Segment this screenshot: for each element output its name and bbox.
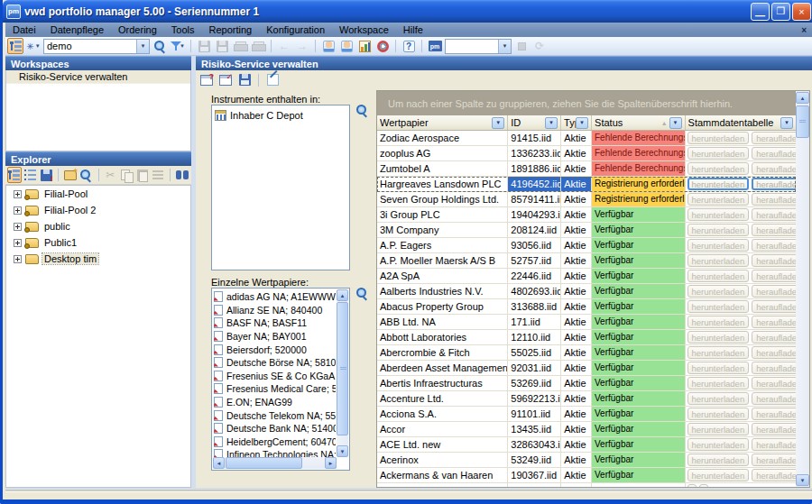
explorer-tree-item[interactable]: Desktop tim bbox=[6, 251, 190, 267]
column-filter-dropdown-icon[interactable]: ▼ bbox=[780, 117, 793, 129]
cell-wertpapier[interactable]: Zodiac Aerospace bbox=[377, 131, 508, 145]
grid-row[interactable]: Ackermans & van Haaren 190367.iid Aktie … bbox=[377, 468, 796, 483]
cell-wertpapier[interactable]: Aberdeen Asset Management bbox=[377, 361, 508, 375]
cell-wertpapier[interactable]: Ackermans & van Haaren bbox=[377, 468, 508, 482]
cell-id[interactable]: 208124.iid bbox=[508, 223, 561, 237]
cell-typ[interactable]: Aktie bbox=[561, 330, 592, 344]
cell-wertpapier[interactable]: Abercrombie & Fitch bbox=[377, 345, 508, 360]
cell-typ[interactable]: Aktie bbox=[561, 437, 592, 452]
cell-wertpapier[interactable]: 3i Group PLC bbox=[377, 207, 508, 222]
maximize-button[interactable]: ❐ bbox=[771, 3, 790, 21]
export-pm-button[interactable]: pm bbox=[427, 38, 443, 54]
heraufladen-button[interactable] bbox=[699, 484, 708, 487]
order-book-button[interactable] bbox=[338, 38, 355, 54]
cell-wertpapier[interactable]: Abertis Infraestructuras bbox=[377, 376, 508, 390]
save-all-button[interactable] bbox=[214, 38, 230, 54]
heraufladen-button[interactable]: heraufladen bbox=[752, 408, 796, 420]
explorer-list-view-button[interactable] bbox=[23, 167, 38, 183]
sidebar-toggle-button[interactable] bbox=[7, 38, 23, 54]
column-header-id[interactable]: ID ▼ bbox=[508, 115, 561, 130]
heraufladen-button[interactable]: heraufladen bbox=[752, 300, 796, 313]
herunterladen-button[interactable]: herunterladen bbox=[687, 469, 750, 481]
herunterladen-button[interactable]: herunterladen bbox=[687, 224, 750, 236]
heraufladen-button[interactable]: heraufladen bbox=[752, 469, 796, 481]
grid-row[interactable]: Zodiac Aerospace 91415.iid Aktie Fehlend… bbox=[377, 131, 796, 146]
cell-typ[interactable]: Aktie bbox=[561, 238, 592, 252]
grid-row[interactable]: Accor 13435.iid Aktie Verfügbar herunter… bbox=[377, 422, 796, 437]
portfolio-chart-button[interactable] bbox=[356, 38, 373, 54]
grid-row[interactable]: Aalberts Industries N.V. 4802693.iid Akt… bbox=[377, 284, 796, 299]
heraufladen-button[interactable]: heraufladen bbox=[752, 346, 796, 359]
herunterladen-button[interactable]: herunterladen bbox=[687, 438, 750, 451]
cell-typ[interactable]: Aktie bbox=[561, 422, 592, 436]
herunterladen-button[interactable]: herunterladen bbox=[687, 178, 750, 190]
print-preview-button[interactable] bbox=[250, 38, 266, 54]
expand-plus-icon[interactable] bbox=[14, 206, 22, 215]
herunterladen-button[interactable]: herunterladen bbox=[687, 454, 750, 466]
cell-id[interactable]: 171.iid bbox=[508, 315, 561, 329]
security-list-item[interactable]: Beiersdorf; 520000 bbox=[214, 343, 336, 356]
forward-button[interactable]: → bbox=[294, 38, 310, 54]
cell-wertpapier[interactable]: Abacus Property Group bbox=[377, 299, 508, 314]
cut-button[interactable]: ✂ bbox=[103, 167, 117, 183]
cell-id[interactable]: 53269.iid bbox=[508, 376, 561, 390]
grid-row[interactable]: Acciona S.A. 91101.iid Aktie Verfügbar h… bbox=[377, 407, 796, 422]
cell-typ[interactable]: Aktie bbox=[561, 361, 592, 375]
cell-typ[interactable]: Aktie bbox=[561, 453, 592, 467]
scroll-up-button[interactable]: ▲ bbox=[337, 289, 348, 301]
heraufladen-button[interactable]: heraufladen bbox=[752, 362, 796, 374]
heraufladen-button[interactable]: heraufladen bbox=[752, 178, 796, 190]
cell-typ[interactable]: Aktie bbox=[561, 207, 592, 222]
securities-horizontal-scrollbar[interactable]: ◄ ► bbox=[213, 457, 337, 469]
cell-id[interactable]: 91101.iid bbox=[508, 407, 561, 421]
security-list-item[interactable]: HeidelbergCement; 604700 bbox=[214, 435, 336, 449]
herunterladen-button[interactable]: herunterladen bbox=[687, 285, 750, 298]
order-entry-button[interactable] bbox=[320, 38, 337, 54]
minimize-button[interactable]: — bbox=[751, 3, 770, 21]
instrument-item[interactable]: Inhaber C Depot bbox=[215, 108, 346, 122]
cell-typ[interactable]: Aktie bbox=[561, 284, 592, 298]
scrollbar-thumb[interactable] bbox=[337, 302, 348, 435]
herunterladen-button[interactable]: herunterladen bbox=[687, 270, 750, 282]
cell-wertpapier[interactable]: A.P. Moeller Maersk A/S B bbox=[377, 253, 508, 268]
column-filter-dropdown-icon[interactable]: ▼ bbox=[576, 117, 588, 129]
grid-row[interactable]: 3i Group PLC 19404293.iid Aktie Verfügba… bbox=[377, 207, 796, 223]
cell-id[interactable]: 4802693.iid bbox=[508, 284, 561, 298]
stop-button[interactable] bbox=[513, 38, 530, 54]
cell-wertpapier[interactable]: Accor bbox=[377, 422, 508, 436]
explorer-tree-item[interactable]: Public1 bbox=[6, 234, 190, 251]
cell-id[interactable]: 4196452.iid bbox=[508, 177, 561, 191]
column-header-wertpapier[interactable]: Wertpapier ▼ bbox=[377, 115, 508, 130]
find-button[interactable] bbox=[175, 167, 189, 183]
explorer-search-button[interactable] bbox=[79, 167, 94, 183]
cell-id[interactable]: 53249.iid bbox=[508, 453, 561, 467]
menu-item-datenpflege[interactable]: Datenpflege bbox=[43, 23, 111, 37]
copy-button[interactable] bbox=[119, 167, 134, 183]
print-button[interactable] bbox=[232, 38, 248, 54]
cell-id[interactable]: 22446.iid bbox=[508, 269, 561, 283]
explorer-tree-item[interactable]: Filial-Pool bbox=[6, 186, 190, 202]
security-list-item[interactable]: adidas AG NA; A1EWWW bbox=[214, 290, 336, 304]
paste-button[interactable] bbox=[135, 167, 150, 183]
cell-typ[interactable]: Aktie bbox=[561, 468, 592, 482]
scroll-down-button[interactable]: ▼ bbox=[796, 474, 809, 486]
favorites-button[interactable]: ✳▼ bbox=[25, 38, 42, 54]
cell-typ[interactable]: Aktie bbox=[561, 299, 592, 314]
column-header-typ[interactable]: Typ ▼ bbox=[561, 115, 592, 130]
cell-id[interactable]: 19404293.iid bbox=[508, 207, 561, 222]
cell-typ[interactable]: Aktie bbox=[561, 391, 592, 406]
grid-vertical-scrollbar[interactable]: ▲ ▼ bbox=[796, 91, 809, 487]
grid-row[interactable]: Abbott Laboratories 12110.iid Aktie Verf… bbox=[377, 330, 796, 345]
cell-typ[interactable]: Aktie bbox=[561, 223, 592, 237]
cell-wertpapier[interactable]: zooplus AG bbox=[377, 146, 508, 160]
herunterladen-button[interactable]: herunterladen bbox=[687, 254, 750, 267]
column-filter-dropdown-icon[interactable]: ▼ bbox=[669, 117, 682, 129]
grid-row[interactable]: Accenture Ltd. 59692213.iid Aktie Verfüg… bbox=[377, 391, 796, 407]
workspace-item[interactable]: Risiko-Service verwalten bbox=[6, 70, 190, 84]
cell-id[interactable]: 52757.iid bbox=[508, 253, 561, 268]
cell-typ[interactable]: Aktie bbox=[561, 345, 592, 360]
grid-row[interactable]: Abercrombie & Fitch 55025.iid Aktie Verf… bbox=[377, 345, 796, 361]
security-list-item[interactable]: BASF NA; BASF11 bbox=[214, 316, 336, 330]
cell-wertpapier[interactable] bbox=[377, 483, 508, 487]
security-list-item[interactable]: Infineon Technologies NA; 623 bbox=[214, 448, 336, 457]
